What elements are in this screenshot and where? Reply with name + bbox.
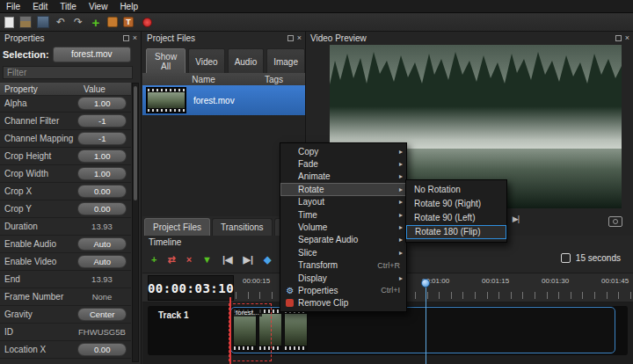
property-row[interactable]: Crop Width1.00 <box>0 165 131 183</box>
property-value[interactable]: 13.93 <box>78 222 126 231</box>
redo-icon[interactable]: ↷ <box>72 16 84 28</box>
property-value[interactable]: Auto <box>77 255 127 268</box>
property-row[interactable]: Channel Mapping-1 <box>0 130 131 148</box>
menubar: FileEditTitleViewHelp <box>0 0 633 13</box>
files-table-header: Name Tags <box>142 73 305 86</box>
next-marker-icon[interactable]: ▶| <box>244 254 254 266</box>
property-value[interactable]: 1.00 <box>77 149 127 163</box>
razor-icon[interactable]: × <box>186 254 192 265</box>
context-menu-item-slice[interactable]: Slice▸ <box>280 246 406 258</box>
property-row[interactable]: Duration13.93 <box>0 218 131 236</box>
close-panel-icon[interactable]: × <box>297 34 302 41</box>
menu-item-shortcut: Ctrl+R <box>377 261 403 270</box>
menubar-item-file[interactable]: File <box>0 2 26 11</box>
context-menu-item-animate[interactable]: Animate▸ <box>280 171 406 183</box>
submenu-item-rotate-180-flip[interactable]: Rotate 180 (Flip) <box>406 225 506 239</box>
files-tab-show-all[interactable]: Show All <box>146 48 186 75</box>
clip-transform-selection-box[interactable] <box>229 303 272 361</box>
track-1[interactable]: Track 1 forest... <box>148 306 628 355</box>
new-project-icon[interactable] <box>4 17 14 28</box>
context-menu-item-copy[interactable]: Copy▸ <box>280 145 406 157</box>
context-menu-item-layout[interactable]: Layout▸ <box>280 196 406 208</box>
property-value[interactable]: Auto <box>77 237 127 251</box>
center-playhead-icon[interactable]: ◆ <box>264 254 271 266</box>
import-files-icon[interactable]: + <box>90 16 102 28</box>
jump-end-button[interactable]: ▶| <box>513 215 519 223</box>
float-panel-icon[interactable] <box>123 35 129 41</box>
property-value[interactable]: 1.00 <box>77 167 127 180</box>
playhead-marker[interactable] <box>421 279 430 288</box>
files-tab-video[interactable]: Video <box>188 48 224 75</box>
property-value[interactable]: 13.93 <box>78 274 126 284</box>
context-menu-item-separate-audio[interactable]: Separate Audio▸ <box>280 234 406 246</box>
files-tab-image[interactable]: Image <box>266 48 305 75</box>
close-panel-icon[interactable]: × <box>625 34 629 41</box>
property-value[interactable]: 0.00 <box>77 185 127 198</box>
context-menu-item-transform[interactable]: TransformCtrl+R <box>280 259 406 272</box>
property-row[interactable]: Enable AudioAuto <box>0 236 131 253</box>
property-row[interactable]: Location X0.00 <box>0 341 131 359</box>
add-marker-icon[interactable]: ▼ <box>202 254 212 265</box>
property-value[interactable]: None <box>78 292 126 302</box>
add-track-icon[interactable]: + <box>151 254 156 265</box>
record-icon[interactable] <box>142 18 152 27</box>
properties-filter-input[interactable] <box>3 66 133 79</box>
property-row[interactable]: Frame NumberNone <box>0 288 131 306</box>
submenu-item-rotate-90-right[interactable]: Rotate 90 (Right) <box>406 197 506 211</box>
property-value[interactable]: 0.00 <box>77 202 127 215</box>
context-menu-item-volume[interactable]: Volume▸ <box>280 221 406 233</box>
property-value[interactable]: FHWUSG5BIL <box>78 327 126 337</box>
context-menu-item-rotate[interactable]: Rotate▸ <box>280 183 406 195</box>
property-value[interactable]: 0.00 <box>77 343 127 356</box>
property-value[interactable]: -1 <box>77 114 127 127</box>
float-panel-icon[interactable] <box>287 35 294 41</box>
timeline-zoom-control[interactable]: 15 seconds <box>561 253 621 263</box>
bottom-tab-project-files[interactable]: Project Files <box>144 218 210 236</box>
property-row[interactable]: Crop Y0.00 <box>0 200 131 218</box>
property-row[interactable]: IDFHWUSG5BIL <box>0 324 131 341</box>
context-menu-item-display[interactable]: Display▸ <box>280 272 406 284</box>
property-row[interactable]: Channel Filter-1 <box>0 113 131 130</box>
context-menu-item-properties[interactable]: ⚙PropertiesCtrl+I <box>280 284 406 296</box>
properties-scrollbar[interactable] <box>132 83 139 362</box>
clip-forest[interactable]: forest... <box>230 307 615 353</box>
export-video-icon[interactable] <box>107 17 118 27</box>
float-panel-icon[interactable] <box>615 35 622 41</box>
menubar-item-view[interactable]: View <box>83 2 114 11</box>
file-row-forest[interactable]: forest.mov <box>142 85 305 115</box>
property-value[interactable]: -1 <box>77 132 127 145</box>
close-panel-icon[interactable]: × <box>133 34 137 41</box>
snapping-icon[interactable]: ⇄ <box>167 254 175 266</box>
menubar-item-edit[interactable]: Edit <box>26 2 54 11</box>
context-menu-item-remove-clip[interactable]: Remove Clip <box>280 297 406 309</box>
property-row[interactable]: Crop Height1.00 <box>0 148 131 165</box>
submenu-item-rotate-90-left[interactable]: Rotate 90 (Left) <box>406 211 506 225</box>
submenu-arrow-icon: ▸ <box>396 274 403 282</box>
animated-title-icon[interactable]: T <box>123 17 134 27</box>
context-menu-item-fade[interactable]: Fade▸ <box>280 157 406 170</box>
snapshot-camera-icon[interactable] <box>608 216 622 227</box>
menubar-item-title[interactable]: Title <box>54 2 83 11</box>
clip-trim-edge[interactable] <box>229 297 231 364</box>
context-menu-item-time[interactable]: Time▸ <box>280 208 406 221</box>
menu-item-label: Time <box>296 210 396 220</box>
open-project-icon[interactable] <box>19 16 32 28</box>
property-row[interactable]: Crop X0.00 <box>0 183 131 200</box>
undo-icon[interactable]: ↶ <box>55 16 67 28</box>
property-row[interactable]: GravityCenter <box>0 306 131 324</box>
files-tab-audio[interactable]: Audio <box>228 48 265 75</box>
save-project-icon[interactable] <box>37 16 49 28</box>
property-value[interactable]: 1.00 <box>77 97 127 110</box>
property-row[interactable]: Enable VideoAuto <box>0 253 131 271</box>
property-row[interactable]: End13.93 <box>0 271 131 288</box>
property-name: Frame Number <box>0 292 78 302</box>
scrollbar-thumb[interactable] <box>134 86 137 200</box>
application-window: FileEditTitleViewHelp ↶↷+T Properties × … <box>0 0 633 364</box>
previous-marker-icon[interactable]: |◀ <box>222 254 233 266</box>
menubar-item-help[interactable]: Help <box>113 2 144 11</box>
bottom-tab-transitions[interactable]: Transitions <box>212 218 273 236</box>
property-value[interactable]: Center <box>77 308 127 321</box>
property-row[interactable]: Alpha1.00 <box>0 95 131 113</box>
submenu-item-no-rotation[interactable]: No Rotation <box>406 183 506 197</box>
selection-dropdown[interactable]: forest.mov <box>53 47 131 62</box>
